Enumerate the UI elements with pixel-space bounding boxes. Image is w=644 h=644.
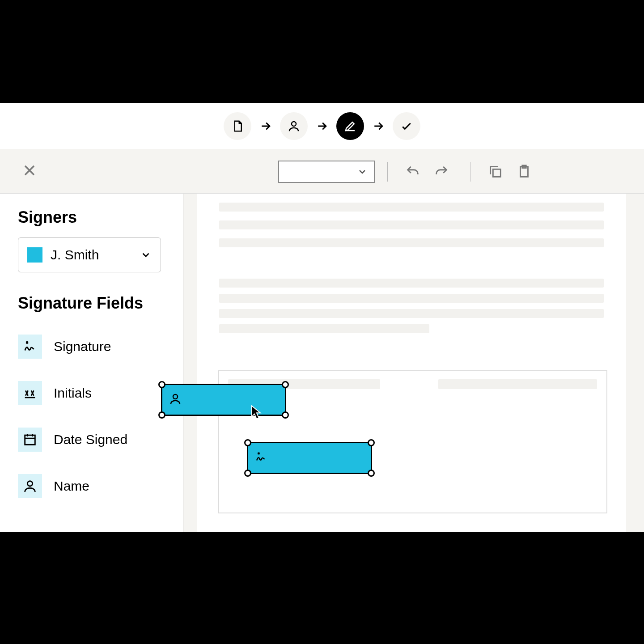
copy-icon: [488, 164, 503, 179]
person-icon: [169, 392, 182, 407]
field-label: Initials: [54, 386, 92, 401]
text-placeholder: [219, 279, 604, 288]
fields-heading: Signature Fields: [18, 294, 165, 313]
field-date-signed[interactable]: Date Signed: [18, 416, 165, 463]
cursor-icon: [250, 405, 264, 422]
field-signature[interactable]: Signature: [18, 323, 165, 370]
text-placeholder: [219, 309, 604, 318]
paste-button[interactable]: [512, 164, 537, 179]
signature-icon: [18, 335, 42, 359]
field-label: Signature: [54, 339, 111, 354]
dropped-field-name[interactable]: [161, 384, 286, 416]
step-signer[interactable]: [280, 112, 308, 140]
dropped-field-signature[interactable]: [247, 442, 372, 474]
redo-icon: [434, 164, 449, 179]
field-label: Date Signed: [54, 432, 127, 447]
svg-rect-4: [25, 435, 35, 445]
resize-handle[interactable]: [368, 470, 375, 477]
stepper-bar: [0, 103, 644, 149]
close-button[interactable]: [21, 161, 38, 181]
copy-button[interactable]: [483, 164, 508, 179]
document-canvas[interactable]: [183, 194, 644, 532]
field-name[interactable]: Name: [18, 463, 165, 509]
person-icon: [287, 119, 301, 133]
person-icon: [18, 474, 42, 498]
signer-dropdown[interactable]: J. Smith: [18, 237, 161, 272]
text-placeholder: [438, 379, 597, 389]
undo-icon: [405, 164, 420, 179]
arrow-right-icon: [313, 119, 331, 133]
signature-icon: [254, 450, 268, 466]
sidebar: Signers J. Smith Signature Fields Signat…: [0, 194, 183, 532]
resize-handle[interactable]: [368, 439, 375, 446]
signer-name: J. Smith: [51, 247, 132, 263]
content-area: Signers J. Smith Signature Fields Signat…: [0, 194, 644, 532]
document-icon: [231, 119, 244, 133]
text-placeholder: [219, 203, 604, 212]
step-edit[interactable]: [336, 112, 364, 140]
chevron-down-icon: [357, 166, 368, 177]
arrow-right-icon: [257, 119, 275, 133]
signer-color-swatch: [27, 247, 42, 263]
svg-rect-1: [493, 169, 500, 177]
field-initials[interactable]: Initials: [18, 370, 165, 416]
check-icon: [400, 119, 413, 133]
resize-handle[interactable]: [282, 381, 289, 388]
chevron-down-icon: [140, 249, 152, 261]
edit-icon: [343, 119, 357, 133]
app-window: Signers J. Smith Signature Fields Signat…: [0, 103, 644, 532]
resize-handle[interactable]: [158, 411, 165, 419]
clipboard-icon: [517, 164, 532, 179]
step-document[interactable]: [224, 112, 251, 140]
text-placeholder: [219, 220, 604, 229]
svg-point-0: [292, 122, 296, 126]
undo-button[interactable]: [400, 164, 425, 179]
svg-point-6: [173, 394, 178, 399]
close-icon: [21, 161, 38, 179]
resize-handle[interactable]: [158, 381, 165, 388]
toolbar-divider: [470, 162, 470, 182]
zoom-select[interactable]: [278, 161, 375, 183]
redo-button[interactable]: [429, 164, 454, 179]
field-label: Name: [54, 479, 89, 494]
resize-handle[interactable]: [244, 439, 251, 446]
text-placeholder: [219, 324, 429, 333]
arrow-right-icon: [369, 119, 387, 133]
toolbar: [0, 149, 644, 194]
text-placeholder: [219, 294, 604, 303]
signers-heading: Signers: [18, 208, 165, 227]
toolbar-divider: [387, 162, 388, 182]
resize-handle[interactable]: [282, 411, 289, 419]
resize-handle[interactable]: [244, 470, 251, 477]
document-page[interactable]: [197, 194, 626, 532]
initials-icon: [18, 381, 42, 405]
step-review[interactable]: [393, 112, 420, 140]
text-placeholder: [219, 238, 604, 247]
date-icon: [18, 428, 42, 452]
svg-point-5: [27, 481, 32, 486]
